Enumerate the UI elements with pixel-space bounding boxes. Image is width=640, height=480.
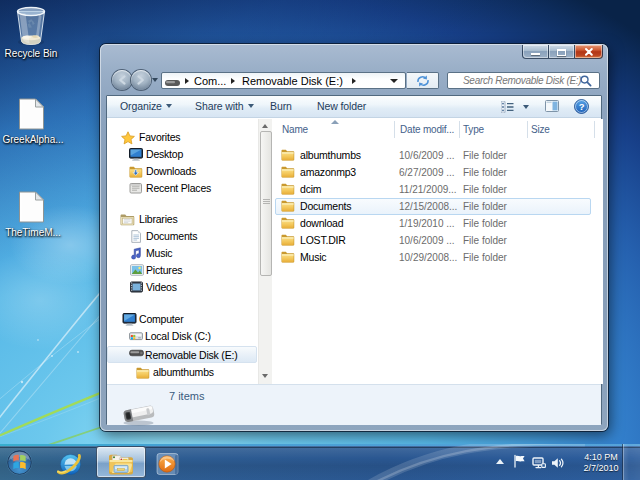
svg-text:?: ?	[579, 101, 585, 112]
